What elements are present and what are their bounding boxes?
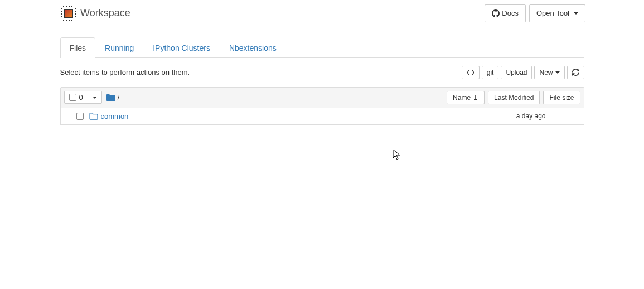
sort-name-button[interactable]: Name [447,91,485,104]
header-buttons: Docs Open Tool [485,4,585,22]
refresh-button[interactable] [567,66,584,79]
open-tool-label: Open Tool [536,8,569,19]
header-bar: Workspace Docs Open Tool [0,0,644,27]
file-modified: a day ago [516,112,546,120]
row-checkbox[interactable] [76,113,84,120]
column-controls: Name Last Modified File size [447,91,580,104]
brand-text: Workspace [80,7,130,19]
tabs: Files Running IPython Clusters Nbextensi… [60,37,584,58]
file-name-link[interactable]: common [101,112,129,121]
breadcrumb: / [106,93,120,102]
refresh-icon [572,69,579,76]
git-button[interactable]: git [482,66,499,79]
arrow-down-icon [473,95,478,100]
tab-nbextensions[interactable]: Nbextensions [220,37,286,58]
tab-running[interactable]: Running [95,37,143,58]
upload-label: Upload [506,69,527,76]
chevron-down-icon [93,97,97,99]
toolbar-row: Select items to perform actions on them.… [60,66,584,79]
select-all-checkbox-group[interactable]: 0 [65,91,88,103]
git-label: git [487,69,494,76]
docs-label: Docs [502,8,519,19]
new-button[interactable]: New [534,66,564,79]
chip-logo-icon [61,6,76,21]
file-name-cell: common [89,112,129,121]
col-name-label: Name [453,94,471,102]
chevron-down-icon [555,71,560,74]
tab-clusters[interactable]: IPython Clusters [143,37,220,58]
docs-button[interactable]: Docs [485,4,526,22]
breadcrumb-root[interactable]: / [118,93,120,102]
github-icon [492,9,500,17]
folder-icon[interactable] [106,94,115,102]
sort-modified-button[interactable]: Last Modified [488,91,540,104]
col-modified-label: Last Modified [494,94,534,102]
folder-icon [89,113,98,120]
file-header: 0 / Name Last M [60,87,584,108]
sort-size-button[interactable]: File size [543,91,580,104]
main-container: Files Running IPython Clusters Nbextensi… [60,37,584,125]
selected-count: 0 [79,93,83,102]
file-browser: 0 / Name Last M [60,87,584,125]
col-size-label: File size [549,94,574,102]
code-button[interactable] [462,66,480,79]
select-all-group: 0 [64,91,102,104]
new-label: New [539,69,553,76]
select-all-checkbox[interactable] [69,94,76,101]
brand[interactable]: Workspace [61,6,130,21]
toolbar-buttons: git Upload New [462,66,584,79]
select-hint: Select items to perform actions on them. [60,68,190,76]
upload-button[interactable]: Upload [501,66,532,79]
chevron-down-icon [574,12,578,15]
open-tool-button[interactable]: Open Tool [529,4,585,22]
tab-files[interactable]: Files [60,37,96,58]
select-dropdown[interactable] [88,91,101,103]
file-row[interactable]: common a day ago [60,108,584,125]
code-icon [467,69,474,76]
